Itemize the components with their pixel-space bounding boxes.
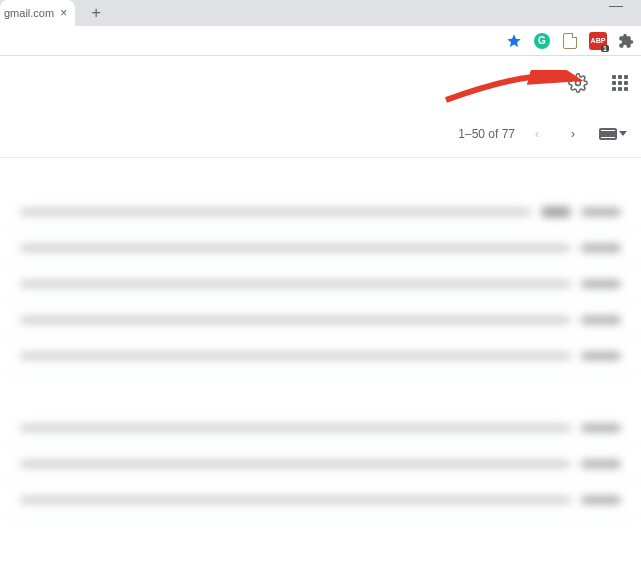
- table-row[interactable]: [0, 482, 641, 518]
- extensions-menu-icon[interactable]: [617, 32, 635, 50]
- adblock-badge: 1: [601, 45, 609, 52]
- gmail-header: [0, 56, 641, 110]
- message-list: [0, 158, 641, 518]
- settings-button[interactable]: [563, 68, 593, 98]
- keyboard-icon: [599, 128, 617, 140]
- browser-tab-strip: gmail.com × +: [0, 0, 641, 26]
- table-row[interactable]: [0, 194, 641, 230]
- adblock-icon[interactable]: ABP 1: [589, 32, 607, 50]
- grammarly-icon[interactable]: G: [533, 32, 551, 50]
- document-extension-icon[interactable]: [561, 32, 579, 50]
- table-row[interactable]: [0, 338, 641, 374]
- gear-icon: [568, 73, 588, 93]
- chevron-left-icon: ‹: [535, 127, 539, 141]
- page-next-button[interactable]: ›: [559, 120, 587, 148]
- input-tools-button[interactable]: [595, 126, 631, 142]
- browser-tab[interactable]: gmail.com ×: [0, 0, 75, 26]
- browser-action-bar: G ABP 1: [0, 26, 641, 56]
- annotation-arrow: [444, 70, 584, 110]
- google-apps-button[interactable]: [605, 68, 635, 98]
- new-tab-button[interactable]: +: [83, 0, 109, 26]
- chevron-right-icon: ›: [571, 127, 575, 141]
- page-prev-button[interactable]: ‹: [523, 120, 551, 148]
- table-row[interactable]: [0, 302, 641, 338]
- inbox-toolbar: 1–50 of 77 ‹ ›: [0, 110, 641, 158]
- table-row[interactable]: [0, 446, 641, 482]
- chevron-down-icon: [619, 131, 627, 136]
- window-minimize-icon[interactable]: [609, 6, 623, 7]
- table-row[interactable]: [0, 230, 641, 266]
- apps-grid-icon: [612, 75, 628, 91]
- pagination-label: 1–50 of 77: [458, 127, 515, 141]
- table-row[interactable]: [0, 410, 641, 446]
- svg-point-0: [576, 81, 581, 86]
- bookmark-star-icon[interactable]: [505, 32, 523, 50]
- plus-icon: +: [91, 4, 100, 22]
- tab-title: gmail.com: [4, 7, 54, 19]
- table-row[interactable]: [0, 266, 641, 302]
- close-tab-icon[interactable]: ×: [60, 6, 67, 20]
